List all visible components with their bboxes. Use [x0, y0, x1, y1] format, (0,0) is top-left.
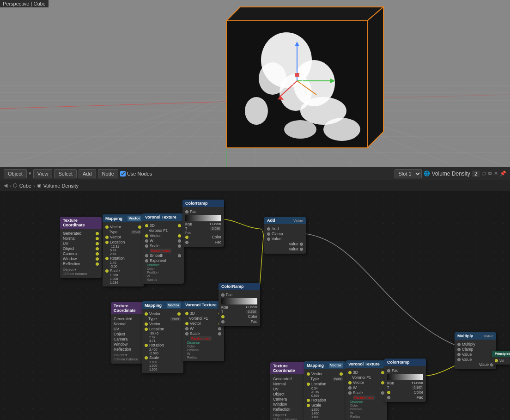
node-texture-coord-1[interactable]: Texture Coordinate Generated Normal UV O…: [60, 217, 102, 278]
toolbar-right: Slot 1 🌐 Volume Density 2 🛡 ⧉ ✕ 📌: [395, 169, 507, 178]
breadcrumb-bar: ◀ › ⬡ Cube › ◉ Volume Density: [0, 180, 510, 191]
node-coloramp-1[interactable]: ColorRamp Fac RGB▾ Linear T0.588 Pos Col…: [182, 200, 224, 247]
node-header-texture-coord-1: Texture Coordinate: [60, 217, 102, 229]
node-toolbar: Object ▾ View Select Add Node Use Nodes …: [0, 167, 510, 180]
view-menu[interactable]: View: [33, 169, 53, 178]
node-mapping-1[interactable]: Mapping Vector Vector TypePoint Vector L…: [103, 214, 144, 286]
node-header-coloramp-3: ColorRamp: [384, 359, 426, 366]
use-nodes-toggle[interactable]: Use Nodes: [120, 171, 152, 177]
node-body-mapping-2: Vector TypePoint Vector Location -30.46 …: [142, 309, 183, 373]
node-header-mapping-2: Mapping Vector: [142, 301, 183, 309]
node-count: 2: [472, 170, 480, 177]
svg-point-33: [245, 97, 268, 125]
breadcrumb-cube: Cube: [19, 183, 31, 189]
node-add-1[interactable]: Add Value Add Clamp Value Value Value: [264, 217, 306, 254]
node-body-principled-vol: Vol: [492, 357, 510, 365]
svg-point-29: [259, 62, 286, 95]
node-body-mapping-3: Vector TypePoint Location 0.34 -0.36 0.0…: [304, 369, 346, 420]
node-body-voronoi-3: 3D Voronoi F1 Vector W Scale Randomness …: [346, 368, 387, 420]
breadcrumb-scene: ◀: [4, 183, 7, 189]
node-coloramp-2[interactable]: ColorRamp Fac RGB▾ Linear T0.250 Color F…: [219, 283, 260, 326]
node-voronoi-3[interactable]: Voronoi Texture 3D Voronoi F1 Vector W S…: [346, 360, 387, 420]
node-header-voronoi-3: Voronoi Texture: [346, 360, 387, 368]
close-icon[interactable]: ✕: [494, 170, 498, 177]
node-header-principled-vol: Principled: [492, 351, 510, 357]
node-header-coloramp-1: ColorRamp: [182, 200, 224, 207]
grid-floor: [0, 0, 510, 167]
vol-icon: ◉: [37, 183, 42, 189]
object-menu[interactable]: Object: [4, 169, 27, 178]
node-coloramp-3[interactable]: ColorRamp Fac RGB▾ Linear T0.167 Color F…: [384, 359, 426, 402]
cube-icon: ⬡: [13, 183, 18, 189]
node-body-texture-coord-1: Generated Normal UV Object Camera Window…: [60, 229, 102, 278]
svg-rect-42: [295, 73, 299, 77]
node-header-multiply-1: Multiply Value: [455, 332, 496, 340]
node-multiply-1[interactable]: Multiply Value Multiply Clamp Value Valu…: [455, 332, 496, 369]
viewport-title: Perspective | Cube: [3, 1, 46, 6]
node-canvas[interactable]: Texture Coordinate Generated Normal UV O…: [0, 191, 510, 420]
copy-icon: ⧉: [488, 170, 492, 177]
node-voronoi-2[interactable]: Voronoi Texture 3D Voronoi F1 Vector W S…: [182, 301, 224, 361]
node-body-multiply-1: Multiply Clamp Value Value Value: [455, 340, 496, 369]
viewport-header: Perspective | Cube: [0, 0, 49, 7]
3d-viewport[interactable]: Perspective | Cube: [0, 0, 510, 167]
shield-icon: 🛡: [481, 171, 486, 177]
slot-select[interactable]: Slot 1: [395, 169, 422, 178]
node-header-add-1: Add Value: [264, 217, 306, 224]
globe-icon: 🌐: [424, 170, 430, 177]
node-voronoi-1[interactable]: Voronoi Texture 3D Voronoi F1 Vector W S…: [142, 213, 184, 284]
node-principled-vol[interactable]: Principled Vol: [492, 351, 510, 365]
node-body-voronoi-2: 3D Voronoi F1 Vector W Scale Randomness …: [182, 309, 224, 361]
node-body-add-1: Add Clamp Value Value Value: [264, 224, 306, 254]
volume-density-label: Volume Density: [432, 170, 470, 177]
node-body-coloramp-3: Fac RGB▾ Linear T0.167 Color Fac: [384, 366, 426, 402]
node-header-voronoi-1: Voronoi Texture: [142, 213, 184, 221]
pin-icon[interactable]: 📌: [500, 170, 506, 177]
select-menu[interactable]: Select: [54, 169, 77, 178]
breadcrumb-sep1: ›: [9, 183, 11, 189]
add-menu[interactable]: Add: [79, 169, 96, 178]
svg-marker-25: [367, 7, 383, 148]
node-body-voronoi-1: 3D Voronoi F1 Vector W Scale Randomness …: [142, 221, 184, 284]
node-body-coloramp-2: Fac RGB▾ Linear T0.250 Color Fac: [219, 290, 260, 326]
breadcrumb-sep2: ›: [33, 183, 35, 189]
svg-point-31: [323, 118, 360, 141]
svg-marker-24: [226, 7, 383, 21]
node-header-coloramp-2: ColorRamp: [219, 283, 260, 290]
node-mapping-3[interactable]: Mapping Vector Vector TypePoint Location…: [304, 361, 346, 420]
node-mapping-2[interactable]: Mapping Vector Vector TypePoint Vector L…: [142, 301, 183, 373]
svg-point-32: [284, 120, 316, 139]
node-menu[interactable]: Node: [98, 169, 118, 178]
node-header-mapping-3: Mapping Vector: [304, 361, 346, 369]
node-editor[interactable]: Object ▾ View Select Add Node Use Nodes …: [0, 167, 510, 420]
node-body-coloramp-1: Fac RGB▾ Linear T0.588 Pos Color Fac: [182, 207, 224, 247]
node-header-mapping-1: Mapping Vector: [103, 214, 144, 222]
node-body-mapping-1: Vector TypePoint Vector Location -12.31 …: [103, 222, 144, 286]
node-header-voronoi-2: Voronoi Texture: [182, 301, 224, 309]
breadcrumb-vol-density: Volume Density: [43, 183, 79, 189]
